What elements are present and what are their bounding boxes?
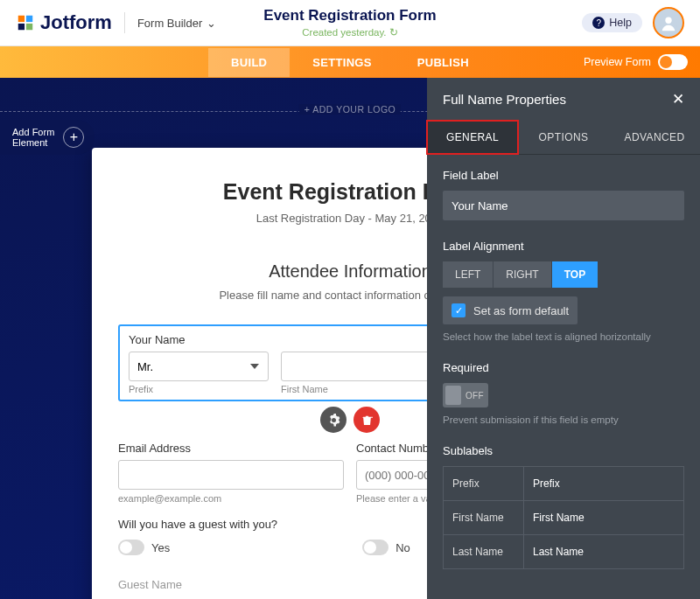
tab-publish[interactable]: PUBLISH <box>395 48 492 77</box>
field-label-input[interactable] <box>443 191 684 220</box>
radio-icon <box>118 540 144 555</box>
preview-toggle[interactable]: Preview Form <box>584 54 688 70</box>
option-no[interactable]: No <box>362 540 410 555</box>
add-logo-button[interactable]: + ADD YOUR LOGO <box>299 104 401 115</box>
sublabel-key-lastname: Last Name <box>444 535 524 568</box>
check-icon: ✓ <box>452 303 466 317</box>
sublabel-input-lastname[interactable] <box>524 535 683 568</box>
chevron-down-icon: ⌄ <box>206 17 216 30</box>
avatar-icon <box>659 13 678 32</box>
email-label: Email Address <box>118 442 344 455</box>
option-yes[interactable]: Yes <box>118 540 170 555</box>
option-yes-label: Yes <box>151 541 170 554</box>
sublabel-input-firstname[interactable] <box>524 501 683 534</box>
set-default-checkbox[interactable]: ✓ Set as form default <box>443 296 578 324</box>
prefix-select[interactable]: Mr. <box>129 352 269 381</box>
email-hint: example@example.com <box>118 493 344 504</box>
sublabels-heading: Sublabels <box>443 444 684 457</box>
add-element-button[interactable]: Add Form Element + <box>0 120 94 155</box>
field-settings-button[interactable] <box>320 407 346 433</box>
panel-close-button[interactable]: ✕ <box>672 90 684 108</box>
alignment-segment: LEFT RIGHT TOP <box>443 261 684 288</box>
mode-label: Form Builder <box>137 17 202 30</box>
header-title-block: Event Registration Form Created yesterda… <box>263 7 436 38</box>
form-meta[interactable]: Created yesterday. ↻ <box>263 26 436 38</box>
add-elem-line2: Element <box>12 137 54 148</box>
panel-tab-advanced[interactable]: ADVANCED <box>609 121 700 154</box>
brand-name: Jotform <box>40 11 112 34</box>
trash-icon <box>361 414 373 426</box>
svg-point-1 <box>665 17 671 24</box>
logo-icon <box>16 13 35 32</box>
tab-settings[interactable]: SETTINGS <box>290 48 394 77</box>
help-icon: ? <box>592 17 605 29</box>
alignment-heading: Label Alignment <box>443 240 684 253</box>
app-header: Jotform Form Builder ⌄ Event Registratio… <box>0 0 700 46</box>
align-right[interactable]: RIGHT <box>494 261 551 288</box>
alignment-help: Select how the label text is aligned hor… <box>443 331 684 342</box>
sublabels-table: Prefix First Name Last Name <box>443 466 684 569</box>
panel-tab-general[interactable]: GENERAL <box>427 121 518 154</box>
field-label-heading: Field Label <box>443 169 684 182</box>
add-elem-line1: Add Form <box>12 127 54 137</box>
field-delete-button[interactable] <box>354 407 380 433</box>
radio-icon <box>362 540 388 555</box>
form-title[interactable]: Event Registration Form <box>263 7 436 24</box>
help-button[interactable]: ? Help <box>582 13 642 32</box>
align-top[interactable]: TOP <box>552 261 598 288</box>
sublabel-key-firstname: First Name <box>444 501 524 534</box>
toggle-icon <box>658 54 688 70</box>
sublabel-key-prefix: Prefix <box>444 467 524 500</box>
required-help: Prevent submission if this field is empt… <box>443 414 684 425</box>
panel-tab-options[interactable]: OPTIONS <box>518 121 609 154</box>
help-label: Help <box>609 17 632 29</box>
tab-build[interactable]: BUILD <box>208 48 290 77</box>
divider <box>124 12 125 33</box>
email-input[interactable] <box>118 460 344 490</box>
sublabel-input-prefix[interactable] <box>524 467 683 500</box>
align-left[interactable]: LEFT <box>443 261 494 288</box>
required-state: OFF <box>466 391 484 400</box>
gear-icon <box>327 414 340 427</box>
required-heading: Required <box>443 361 684 374</box>
logo[interactable]: Jotform <box>16 11 112 34</box>
preview-label: Preview Form <box>584 56 651 68</box>
required-toggle[interactable]: OFF <box>443 383 488 407</box>
set-default-label: Set as form default <box>473 304 569 317</box>
mode-selector[interactable]: Form Builder ⌄ <box>137 17 216 30</box>
main-tabbar: BUILD SETTINGS PUBLISH Preview Form <box>0 46 700 78</box>
avatar[interactable] <box>653 7 684 38</box>
plus-icon: + <box>63 127 84 148</box>
option-no-label: No <box>396 541 410 554</box>
panel-title: Full Name Properties <box>443 92 566 107</box>
prefix-sublabel: Prefix <box>129 384 269 394</box>
properties-panel: Full Name Properties ✕ GENERAL OPTIONS A… <box>427 78 700 599</box>
toggle-knob <box>445 386 461 405</box>
